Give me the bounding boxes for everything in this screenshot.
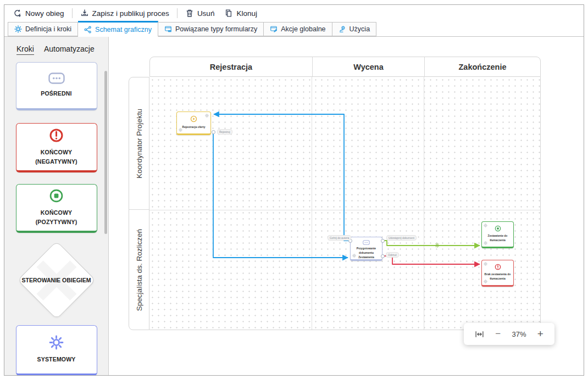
column-header-zakonczenie: Zakończenie <box>424 57 540 76</box>
tab-label: Użycia <box>350 25 370 33</box>
edge-label-odrzuc: Odrzuć <box>386 252 399 258</box>
main-tabbar: Definicja i kroki Schemat graficzny Powi… <box>4 21 584 37</box>
row-header-specjalista-ds-rozliczen: Specjalista ds. Rozliczeń <box>129 210 149 330</box>
palette-item-systemowy[interactable]: SYSTEMOWY <box>16 325 97 375</box>
node-settings-gear-icon[interactable] <box>484 262 487 266</box>
tab-label: Powiązane typy formularzy <box>175 25 257 33</box>
diagram-canvas: Rejestracja Wycena Zakończenie Koordynat… <box>109 37 584 375</box>
save-publish-label: Zapisz i publikuj proces <box>92 9 169 18</box>
palette-item-sterowanie-obiegiem[interactable]: STEROWANIE OBIEGIEM <box>16 240 97 320</box>
swimlane-row-headers: Koordynator Projektu Specjalista ds. Roz… <box>129 77 149 330</box>
toolbar: Nowy obieg Zapisz i publikuj proces Usuń… <box>4 5 584 21</box>
palette-item-koncowy-pozytywny[interactable]: KOŃCOWY (POZYTYWNY) <box>16 184 97 233</box>
clone-icon <box>224 9 233 18</box>
end-negative-icon <box>495 264 501 270</box>
clone-button[interactable]: Klonuj <box>220 7 262 20</box>
node-settings-gear-icon[interactable] <box>484 224 487 227</box>
sidebar-tab-kroki[interactable]: Kroki <box>16 44 34 55</box>
fit-width-icon <box>475 330 484 339</box>
node-settings-gear-icon[interactable] <box>205 114 209 118</box>
node-label: Zestawienie do tłumaczenia <box>488 234 508 243</box>
node-label: Rejestracja oferty <box>182 125 206 130</box>
tab-powiazane-typy-formularzy[interactable]: Powiązane typy formularzy <box>158 22 264 36</box>
zoom-fit-button[interactable] <box>475 330 484 339</box>
palette-item-posredni[interactable]: POŚREDNI <box>16 62 97 110</box>
delete-label: Usuń <box>197 9 215 18</box>
node-settings-gear-icon[interactable] <box>352 254 356 258</box>
tab-uzycia[interactable]: Użycia <box>332 22 377 36</box>
tab-label: Definicja i kroki <box>25 25 71 33</box>
node-brak-zestawienia-do-tlumaczenia[interactable]: Brak zestawienia do tłumaczenia <box>481 260 514 287</box>
node-przygotowanie-dokumentu-zestawienia[interactable]: Przygotowanie dokumentu Zestawienia <box>350 237 382 261</box>
tab-label: Schemat graficzny <box>95 26 152 34</box>
edge-label-udostepnij-dokument: Udostępnij dokument <box>386 235 417 241</box>
clone-label: Klonuj <box>236 9 257 18</box>
port-odrzuc[interactable] <box>381 254 385 258</box>
gear-icon <box>14 25 22 33</box>
form-types-icon <box>164 25 172 33</box>
edge-label-rejestruj: Rejestruj <box>217 129 232 135</box>
palette-item-label: POŚREDNI <box>35 89 77 98</box>
end-positive-icon <box>495 225 501 232</box>
palette-item-label: KOŃCOWY (POZYTYWNY) <box>16 208 97 227</box>
zoom-level-value: 37% <box>512 330 526 338</box>
new-workflow-label: Nowy obieg <box>25 9 64 18</box>
row-header-koordynator-projektu: Koordynator Projektu <box>129 77 149 210</box>
lane-divider-vertical <box>424 77 424 330</box>
intermediate-dots-icon <box>363 240 370 245</box>
new-workflow-button[interactable]: Nowy obieg <box>9 7 69 20</box>
palette-item-label: STEROWANIE OBIEGIEM <box>16 277 97 283</box>
lane-divider-horizontal <box>149 210 540 210</box>
port-rejestruj[interactable] <box>212 130 215 134</box>
usages-icon <box>339 25 346 33</box>
node-settings-gear-icon[interactable] <box>179 128 182 132</box>
node-label: Przygotowanie dokumentu Zestawienia <box>357 247 376 259</box>
flow-diagram-icon <box>84 26 92 34</box>
sidebar-scrollbar-thumb[interactable] <box>104 71 107 234</box>
port-udostepnij-dokument[interactable] <box>381 239 385 243</box>
dots-step-icon <box>48 73 65 84</box>
zoom-in-button[interactable]: + <box>537 328 543 340</box>
new-workflow-icon <box>13 9 22 18</box>
column-header-wycena: Wycena <box>312 57 424 76</box>
save-publish-button[interactable]: Zapisz i publikuj proces <box>76 7 174 20</box>
node-zestawienie-do-tlumaczenia[interactable]: Zestawienie do tłumaczenia <box>481 221 514 248</box>
swimlane-column-headers: Rejestracja Wycena Zakończenie <box>149 57 541 77</box>
palette-item-label: KOŃCOWY (NEGATYWNY) <box>16 148 97 166</box>
lane-divider-vertical <box>312 77 312 330</box>
toolbar-separator <box>177 8 177 18</box>
save-publish-icon <box>80 9 89 18</box>
edge-label-cofnij-do-autora: Cofnij do autora <box>328 235 351 241</box>
palette-list: POŚREDNI KOŃCOWY (NEGATYWNY) KOŃCOWY (PO… <box>4 62 108 375</box>
palette-item-label: SYSTEMOWY <box>31 355 81 364</box>
sidebar-tabs: Kroki Automatyzacje <box>16 44 108 55</box>
start-play-icon <box>190 115 197 122</box>
palette-item-koncowy-negatywny[interactable]: KOŃCOWY (NEGATYWNY) <box>16 123 97 172</box>
shape-palette-sidebar: Kroki Automatyzacje POŚREDNI KOŃCOWY (NE… <box>4 37 109 375</box>
node-label: Brak zestawienia do tłumaczenia <box>485 272 511 281</box>
delete-button[interactable]: Usuń <box>181 7 219 20</box>
gear-icon <box>49 335 64 350</box>
zoom-out-button[interactable]: − <box>495 328 501 339</box>
zoom-control: − 37% + <box>464 323 554 345</box>
node-rejestracja-oferty[interactable]: Rejestracja oferty <box>176 112 211 135</box>
global-actions-icon <box>270 25 278 33</box>
sidebar-tab-automatyzacje[interactable]: Automatyzacje <box>44 44 95 55</box>
tab-schemat-graficzny[interactable]: Schemat graficzny <box>78 21 158 37</box>
content-area: Kroki Automatyzacje POŚREDNI KOŃCOWY (NE… <box>4 37 584 375</box>
workflow-editor-window: Nowy obieg Zapisz i publikuj proces Usuń… <box>4 4 584 376</box>
stop-circle-icon <box>49 188 64 203</box>
tab-akcje-globalne[interactable]: Akcje globalne <box>264 22 332 36</box>
column-header-rejestracja: Rejestracja <box>150 57 312 76</box>
node-settings-gear-icon[interactable] <box>484 241 487 245</box>
tab-definicja-i-kroki[interactable]: Definicja i kroki <box>8 22 78 36</box>
exclamation-circle-icon <box>49 128 64 143</box>
tab-label: Akcje globalne <box>281 25 325 33</box>
node-settings-gear-icon[interactable] <box>484 280 487 283</box>
trash-icon <box>185 9 194 18</box>
toolbar-separator <box>72 8 73 18</box>
automation-gear-marker-icon[interactable] <box>435 243 440 248</box>
